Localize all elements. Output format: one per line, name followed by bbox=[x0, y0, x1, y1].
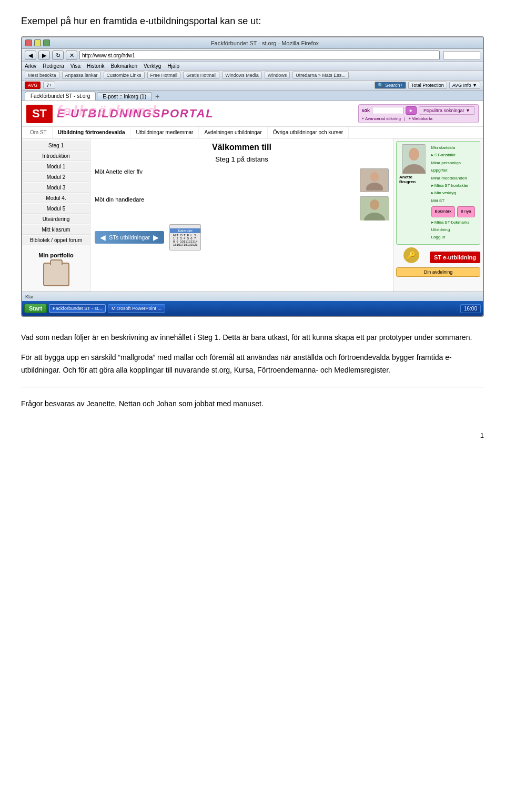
nav-avdelningen[interactable]: Avdelningen utbildningar bbox=[199, 127, 267, 138]
right-sidebar: Anette Brugren Min startsida ST-anställd… bbox=[393, 138, 483, 292]
sidebar-introduktion[interactable]: Introduktion bbox=[22, 152, 90, 161]
nav-utbildning-fortroendevalda[interactable]: Utbildning förtroendevalda bbox=[53, 127, 131, 138]
google-input[interactable] bbox=[443, 51, 480, 59]
nav-utbildningar-medlemmar[interactable]: Utbildningar medlemmar bbox=[130, 127, 199, 138]
cal-grid: MTOTFLS 1234567 891011121314 15161718192… bbox=[173, 233, 198, 247]
link-startsida[interactable]: Min startsida bbox=[431, 144, 477, 152]
popular-searches-btn[interactable]: Populära sökningar ▼ bbox=[419, 106, 475, 115]
handledare-text[interactable]: Möt din handledare bbox=[95, 196, 356, 203]
profile-links: Min startsida ST-anställd Mina personlig… bbox=[431, 144, 477, 242]
sts-utbildningar-btn[interactable]: ◀ STs utbildningar ▶ bbox=[95, 231, 164, 244]
link-bokmarks[interactable]: Mina ST-bokmarks bbox=[431, 219, 477, 226]
section-divider bbox=[21, 387, 484, 387]
bm-mostvisited[interactable]: Mest besökta bbox=[25, 72, 59, 79]
maximize-btn[interactable] bbox=[43, 39, 50, 46]
tab-st[interactable]: Fackförbundet ST - st.org bbox=[25, 92, 96, 101]
search-plus-btn[interactable]: 🔍 Search+ bbox=[375, 82, 406, 89]
tab-email[interactable]: E-post :: Inkorg (1) bbox=[97, 92, 152, 101]
start-button[interactable]: Start bbox=[24, 304, 47, 313]
bm-utredarna[interactable]: Utredarna » Mats Ess... bbox=[292, 72, 349, 79]
bm-customize[interactable]: Anpassa länkar bbox=[62, 72, 101, 79]
browser-tabs: Fackförbundet ST - st.org E-post :: Inko… bbox=[22, 91, 483, 101]
toolbar2-item2[interactable]: 7+ bbox=[43, 82, 55, 89]
taskbar-clock: 16:00 bbox=[460, 304, 481, 313]
handledare-row: Möt din handledare bbox=[95, 196, 389, 220]
reload-button[interactable]: ↻ bbox=[52, 51, 64, 60]
sidebar-mitt-klasrum[interactable]: Mitt klasrum bbox=[22, 225, 90, 235]
sidebar-bibliotek[interactable]: Bibliotek / öppet forum bbox=[22, 236, 90, 245]
sidebar-steg1[interactable]: Steg 1 bbox=[22, 141, 90, 151]
sidebar-utvardering[interactable]: Utvärdering bbox=[22, 215, 90, 224]
arrow-left-icon: ◀ bbox=[100, 233, 106, 242]
bm-winmedia[interactable]: Windows Media bbox=[222, 72, 262, 79]
calendar-thumbnail: Kalender MTOTFLS 1234567 891011121314 15… bbox=[169, 224, 201, 250]
link-verktyg[interactable]: Min verktyg bbox=[431, 189, 477, 197]
para3-text: Frågor besvaras av Jeanette, Nettan och … bbox=[21, 399, 264, 408]
menu-redigera[interactable]: Redigera bbox=[43, 63, 64, 69]
anette-photo bbox=[360, 168, 389, 192]
briefcase-icon bbox=[43, 263, 69, 286]
total-protection-btn[interactable]: Total Protection bbox=[408, 82, 447, 89]
body-para2: För att bygga upp en särskild “mallgroda… bbox=[21, 352, 484, 377]
anette-text[interactable]: Möt Anette eller ffv bbox=[95, 168, 356, 175]
avg-info-btn[interactable]: AVG Info ▼ bbox=[449, 82, 480, 89]
welcome-title: Välkommen till bbox=[95, 143, 389, 152]
bokmark-btn[interactable]: Bokmärk bbox=[431, 206, 456, 217]
st-eut-btn[interactable]: ST e-utbildning bbox=[430, 252, 480, 263]
logo-bg-text: falkcärbund bbox=[57, 103, 158, 119]
address-bar[interactable] bbox=[79, 51, 440, 60]
sidebar-modul5[interactable]: Modul 5 bbox=[22, 204, 90, 214]
profile-name: Anette Brugren bbox=[399, 175, 429, 184]
site-body: Steg 1 Introduktion Modul 1 Modul 2 Modu… bbox=[22, 138, 483, 292]
status-text: Klar bbox=[25, 294, 34, 299]
avdelning-btn[interactable]: Din avdelning bbox=[396, 267, 480, 277]
site-nav: Om ST Utbildning förtroendevalda Utbildn… bbox=[22, 127, 483, 138]
link-mitt-st[interactable]: Mitt ST bbox=[431, 197, 477, 205]
close-btn[interactable] bbox=[25, 39, 32, 46]
browser-toolbar: ◀ ▶ ↻ ✕ bbox=[22, 49, 483, 62]
bm-freehotmail[interactable]: Free Hotmail bbox=[147, 72, 181, 79]
new-tab-btn[interactable]: + bbox=[155, 92, 159, 101]
body-para3: Frågor besvaras av Jeanette, Nettan och … bbox=[21, 398, 484, 410]
link-kontakter[interactable]: Mina ST-kontakter bbox=[431, 182, 477, 189]
sidebar-modul4[interactable]: Modul 4. bbox=[22, 194, 90, 203]
link-meddelanden[interactable]: Mina meddelanden bbox=[431, 175, 477, 182]
link-st-anstald[interactable]: ST-anställd bbox=[431, 152, 477, 159]
page-number: 1 bbox=[21, 432, 484, 439]
taskbar-ppt-item[interactable]: Microsoft PowerPoint ... bbox=[108, 304, 165, 313]
nav-ovriga[interactable]: Övriga utbildningar och kurser bbox=[268, 127, 349, 138]
stop-button[interactable]: ✕ bbox=[66, 51, 77, 60]
back-button[interactable]: ◀ bbox=[25, 51, 36, 60]
google-search-box[interactable] bbox=[443, 51, 480, 59]
search-input[interactable] bbox=[372, 107, 403, 114]
menu-hjälp[interactable]: Hjälp bbox=[167, 63, 179, 69]
sitemap-link[interactable]: + Webbkarta bbox=[409, 116, 432, 121]
nav-om-st[interactable]: Om ST bbox=[25, 127, 53, 138]
avg-btn[interactable]: AVG bbox=[25, 82, 41, 89]
taskbar-st-item[interactable]: Fackförbundet ST - st... bbox=[49, 304, 106, 313]
sidebar-modul3[interactable]: Modul 3 bbox=[22, 183, 90, 193]
link-uppgifter[interactable]: Mina personliga uppgifter. bbox=[431, 159, 477, 175]
bm-gratishotmail[interactable]: Gratis Hotmail bbox=[183, 72, 219, 79]
nya-btn[interactable]: 8 nya bbox=[457, 206, 475, 217]
menu-arkiv[interactable]: Arkiv bbox=[25, 63, 36, 69]
menu-verktyg[interactable]: Verktyg bbox=[144, 63, 161, 69]
link-utbildning[interactable]: Utbildning bbox=[431, 226, 477, 234]
main-content: Välkommen till Steg 1 på distans Möt Ane… bbox=[90, 138, 393, 292]
window-buttons bbox=[25, 39, 50, 46]
link-lagg-ut[interactable]: Lägg ut bbox=[431, 234, 477, 241]
browser-title: Fackförbundet ST - st.org - Mozilla Fire… bbox=[50, 40, 480, 46]
minimize-btn[interactable] bbox=[34, 39, 41, 46]
forward-button[interactable]: ▶ bbox=[38, 51, 50, 60]
menu-bokmärken[interactable]: Bokmärken bbox=[110, 63, 137, 69]
menu-historik[interactable]: Historik bbox=[87, 63, 104, 69]
advanced-search-link[interactable]: + Avancerad sökning bbox=[362, 116, 401, 121]
profile-area: Anette Brugren Min startsida ST-anställd… bbox=[396, 141, 480, 245]
sidebar-modul2[interactable]: Modul 2 bbox=[22, 173, 90, 182]
menu-visa[interactable]: Visa bbox=[70, 63, 80, 69]
bm-custlinks[interactable]: Customize Links bbox=[104, 72, 145, 79]
search-button[interactable]: ► bbox=[406, 106, 417, 115]
sidebar-modul1[interactable]: Modul 1 bbox=[22, 162, 90, 172]
st-eut-row: 🔑 ST e-utbildning bbox=[396, 247, 480, 265]
bm-windows[interactable]: Windows bbox=[265, 72, 290, 79]
